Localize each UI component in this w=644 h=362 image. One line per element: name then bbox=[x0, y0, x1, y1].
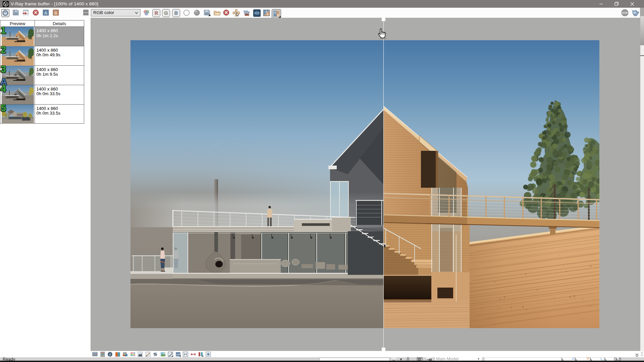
svg-text:LUT: LUT bbox=[176, 353, 180, 356]
svg-text:A: A bbox=[44, 10, 48, 15]
svg-text:R: R bbox=[155, 10, 158, 16]
svg-text:STOP: STOP bbox=[622, 12, 628, 14]
svg-text:B: B bbox=[267, 13, 269, 16]
svg-text:B: B bbox=[54, 10, 57, 15]
svg-text:HSL: HSL bbox=[123, 352, 127, 354]
svg-text:G: G bbox=[164, 10, 168, 16]
svg-text:A: A bbox=[274, 11, 276, 14]
svg-text:B: B bbox=[277, 13, 279, 17]
svg-text:i: i bbox=[110, 353, 111, 356]
svg-text:B: B bbox=[174, 10, 178, 16]
